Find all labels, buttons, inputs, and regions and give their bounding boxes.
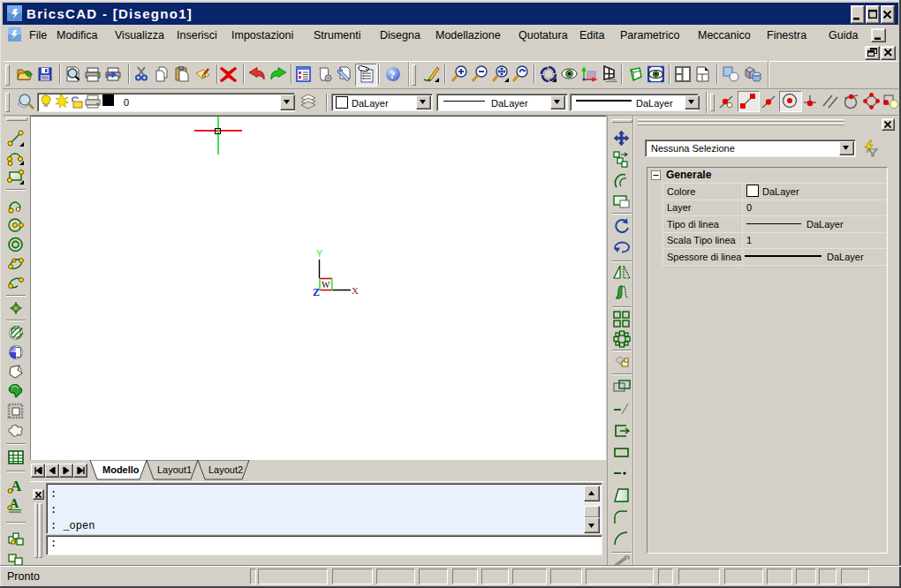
- svg-text:X: X: [352, 285, 359, 296]
- svg-text:W: W: [322, 280, 330, 290]
- svg-text:Layout1: Layout1: [157, 464, 192, 475]
- svg-text:Layout2: Layout2: [208, 464, 243, 475]
- svg-text:?: ?: [390, 68, 396, 81]
- svg-text:Modello: Modello: [102, 464, 140, 475]
- svg-text:Y: Y: [316, 248, 323, 259]
- svg-text:Z: Z: [313, 286, 320, 297]
